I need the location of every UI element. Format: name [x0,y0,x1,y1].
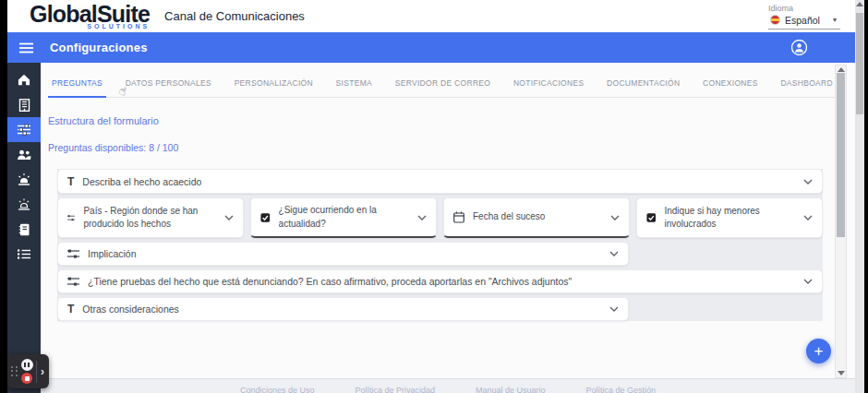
question-card-describa-hecho[interactable]: T Describa el hecho acaecido [57,169,823,194]
divider [36,361,37,383]
question-label: ¿Tiene pruebas del hecho que está denunc… [88,276,572,287]
tab-servidor-de-correo[interactable]: SERVIDOR DE CORREO [392,78,494,98]
question-row: País - Región donde se han producido los… [57,197,823,238]
language-select[interactable]: Español ▾ [768,15,840,30]
alarm-outline-icon [18,198,30,210]
question-label: Implicación [88,248,137,259]
question-card-implicacion[interactable]: Implicación [57,242,629,266]
tab-sistema[interactable]: SISTEMA [332,78,376,98]
scroll-up-icon[interactable] [856,2,863,6]
main-content: PREGUNTAS DATOS PERSONALES PERSONALIZACI… [41,63,855,393]
appbar-title: Configuraciones [50,41,148,54]
tab-dashboard[interactable]: DASHBOARD [777,78,837,98]
question-label: Indique si hay menores involucrados [664,205,795,232]
sidebar-item-configurations[interactable] [7,117,41,142]
chevron-down-icon[interactable] [609,251,619,256]
screenshot-root: GlobalSuite SOLUTIONS Canal de Comunicac… [0,0,868,393]
select-type-icon [67,213,75,223]
question-label: Otras consideraciones [82,304,178,315]
tab-conexiones[interactable]: CONEXIONES [699,78,762,98]
list-icon [18,249,30,259]
tab-preguntas[interactable]: PREGUNTAS [48,78,106,98]
globalsuite-logo: GlobalSuite SOLUTIONS [30,3,150,30]
expand-recorder-button[interactable]: › [39,365,46,378]
journal-icon [18,223,30,236]
chevron-down-icon[interactable] [803,179,813,185]
sliders-icon [18,124,30,136]
footer-link-gestion[interactable]: Política de Gestión [586,386,657,393]
calendar-icon [453,211,464,223]
chevron-down-icon[interactable] [417,215,427,220]
plus-icon: + [814,342,824,361]
recorder-buttons [21,359,33,384]
chevron-down-icon[interactable] [609,306,619,312]
footer-link-condiciones[interactable]: Condiciones de Uso [240,386,315,393]
page-title: Canal de Comunicaciones [164,9,305,23]
scroll-down-icon[interactable] [838,371,845,375]
sidebar-item-organization[interactable] [7,92,41,117]
question-label: País - Región donde se han producido los… [83,205,216,232]
tab-personalizacion[interactable]: PERSONALIZACIÓN [231,78,317,98]
text-type-icon: T [67,175,74,188]
question-card-pruebas-hecho[interactable]: ¿Tiene pruebas del hecho que está denunc… [57,269,823,293]
pause-icon [24,363,26,367]
question-row: ¿Tiene pruebas del hecho que está denunc… [57,269,823,293]
stop-button[interactable] [21,373,32,384]
sidebar-item-alerts[interactable] [7,167,41,192]
question-row: T Describa el hecho acaecido [57,169,823,194]
screen-recorder-widget: › [7,354,49,388]
footer-link-privacidad[interactable]: Política de Privacidad [355,386,435,393]
sidebar-nav [7,63,41,393]
browser-scrollbar[interactable] [855,0,864,393]
scroll-up-icon[interactable] [838,67,845,72]
question-label: ¿Sigue ocurriendo en la actualidad? [279,204,409,231]
select-type-icon [67,277,79,287]
sidebar-item-incidents[interactable] [7,192,41,217]
section-title: Estructura del formulario [48,115,855,126]
tab-bar: PREGUNTAS DATOS PERSONALES PERSONALIZACI… [48,78,837,98]
question-row: Implicación [57,242,823,266]
spain-flag-icon [770,15,780,25]
add-question-button[interactable]: + [806,339,831,363]
top-header: GlobalSuite SOLUTIONS Canal de Comunicac… [7,0,855,32]
checkbox-type-icon [260,212,271,223]
question-card-fecha-suceso[interactable]: Fecha del suceso [443,197,630,238]
chevron-down-icon[interactable] [803,215,813,220]
pause-button[interactable] [21,359,33,371]
scrollbar-thumb[interactable] [856,13,863,114]
chevron-down-icon[interactable] [610,215,620,220]
user-icon [791,40,807,55]
footer-link-manual[interactable]: Manual de Usuario [476,386,546,393]
tab-datos-personales[interactable]: DATOS PERSONALES [122,78,215,98]
language-label: Idioma [768,4,793,13]
drag-handle-icon[interactable] [11,366,18,377]
tab-documentacion[interactable]: DOCUMENTACIÓN [603,78,683,98]
user-account-button[interactable] [791,40,807,55]
question-card-menores-involucrados[interactable]: Indique si hay menores involucrados [636,197,823,238]
language-selector-block: Idioma Español ▾ [768,4,840,30]
question-card-sigue-ocurriendo[interactable]: ¿Sigue ocurriendo en la actualidad? [250,197,437,238]
checkbox-type-icon [646,212,656,223]
text-type-icon: T [67,303,74,316]
home-icon [18,74,30,86]
language-value: Español [785,15,820,26]
chevron-down-icon[interactable] [224,215,234,220]
content-scrollbar[interactable] [835,65,847,378]
caret-down-icon: ▾ [833,16,837,24]
footer-links: Condiciones de Uso Política de Privacida… [41,378,855,393]
sidebar-item-records[interactable] [7,217,41,242]
scrollbar-thumb[interactable] [837,73,845,237]
hamburger-menu-button[interactable] [19,42,33,54]
question-row: T Otras consideraciones [57,297,823,321]
question-card-otras-consideraciones[interactable]: T Otras consideraciones [57,297,629,321]
sidebar-item-home[interactable] [7,67,41,92]
sidebar-item-list[interactable] [7,242,41,267]
chevron-down-icon[interactable] [803,279,813,284]
alarm-icon [18,173,30,185]
question-card-pais-region[interactable]: País - Región donde se han producido los… [57,197,244,238]
tab-notificaciones[interactable]: NOTIFICACIONES [510,78,587,98]
building-icon [18,99,30,112]
questions-available-label: Preguntas disponibles: 8 / 100 [48,142,855,153]
sidebar-item-users[interactable] [7,142,41,167]
select-type-icon [67,249,79,259]
